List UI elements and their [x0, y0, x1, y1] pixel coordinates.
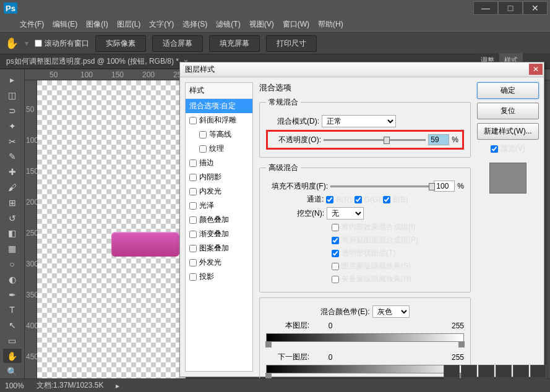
channel-b[interactable]: B(B): [383, 195, 408, 204]
blend-if-select[interactable]: 灰色: [372, 305, 410, 318]
underlying-layer-gradient[interactable]: [266, 365, 464, 373]
hand-tool[interactable]: ✋: [3, 349, 22, 363]
eyedropper-tool[interactable]: ✎: [3, 150, 22, 164]
opacity-slider[interactable]: [324, 139, 426, 141]
preview-checkbox[interactable]: 预览(V): [477, 143, 539, 154]
knockout-label: 挖空(N):: [297, 208, 324, 219]
opt-vector-mask-hides[interactable]: 矢量蒙版隐藏效果(H): [332, 274, 411, 284]
sb-icon-1[interactable]: [444, 365, 460, 378]
zoom-tool[interactable]: 🔍: [3, 364, 22, 378]
fill-screen-button[interactable]: 填充屏幕: [209, 35, 260, 52]
style-stroke[interactable]: 描边: [186, 156, 252, 170]
hand-tool-icon: ✋: [5, 36, 19, 50]
opt-blend-interior[interactable]: 将内部效果混合成组(I): [332, 222, 415, 232]
menu-layer[interactable]: 图层(L): [117, 19, 141, 30]
gradient-tool[interactable]: ▦: [3, 242, 22, 256]
close-button[interactable]: ✕: [523, 1, 548, 15]
path-tool[interactable]: ↖: [3, 318, 22, 333]
wand-tool[interactable]: ✦: [3, 119, 22, 133]
dialog-titlebar[interactable]: 图层样式 ✕: [180, 62, 544, 77]
pen-tool[interactable]: ✒: [3, 288, 22, 302]
move-tool[interactable]: ▸: [3, 73, 22, 87]
opacity-input[interactable]: [428, 134, 449, 145]
heal-tool[interactable]: ✚: [3, 165, 22, 179]
scroll-all-checkbox[interactable]: 滚动所有窗口: [35, 38, 89, 49]
style-color-overlay[interactable]: 颜色叠加: [186, 213, 252, 227]
advanced-blend-group: 高级混合 填充不透明度(F): % 通道: R(R) G(G) B(B) 挖空(…: [259, 163, 471, 292]
app-logo: Ps: [4, 2, 17, 14]
fit-screen-button[interactable]: 适合屏幕: [152, 35, 203, 52]
style-bevel[interactable]: 斜面和浮雕: [186, 113, 252, 127]
this-layer-gradient[interactable]: [266, 333, 464, 342]
dialog-close-button[interactable]: ✕: [529, 64, 543, 75]
zoom-level[interactable]: 100%: [5, 381, 24, 390]
style-texture[interactable]: 纹理: [186, 142, 252, 156]
sb-icon-2[interactable]: [461, 365, 477, 378]
menu-edit[interactable]: 编辑(E): [53, 19, 77, 30]
new-style-button[interactable]: 新建样式(W)...: [477, 123, 539, 140]
channel-r[interactable]: R(R): [326, 195, 351, 204]
normal-blend-group: 常规混合 混合模式(D): 正常 不透明度(O): %: [259, 97, 471, 158]
stamp-tool[interactable]: ⊞: [3, 195, 22, 210]
blend-if-group: 混合颜色带(E): 灰色 本图层:0255 下一图层:0255: [259, 297, 471, 379]
brush-tool[interactable]: 🖌: [3, 181, 22, 195]
history-brush-tool[interactable]: ↺: [3, 211, 22, 225]
dodge-tool[interactable]: ◐: [3, 272, 22, 286]
style-gradient-overlay[interactable]: 渐变叠加: [186, 227, 252, 241]
fill-opacity-slider[interactable]: [330, 185, 431, 187]
document-canvas[interactable]: [37, 80, 186, 390]
sb-icon-4[interactable]: [496, 365, 512, 378]
blend-mode-select[interactable]: 正常: [322, 115, 396, 127]
style-outer-glow[interactable]: 外发光: [186, 255, 252, 270]
minimize-button[interactable]: —: [473, 1, 498, 15]
ok-button[interactable]: 确定: [477, 82, 539, 99]
actual-pixels-button[interactable]: 实际像素: [95, 35, 146, 52]
style-contour[interactable]: 等高线: [186, 127, 252, 142]
status-bar: 100% 文档:1.37M/1023.5K ▸: [0, 378, 550, 392]
style-inner-glow[interactable]: 内发光: [186, 184, 252, 198]
cancel-button[interactable]: 复位: [477, 103, 539, 119]
style-pattern-overlay[interactable]: 图案叠加: [186, 241, 252, 255]
blur-tool[interactable]: ○: [3, 257, 22, 271]
fill-opacity-input[interactable]: [434, 181, 455, 192]
doc-size: 文档:1.37M/1023.5K: [37, 380, 104, 391]
sb-icon-5[interactable]: [513, 365, 529, 378]
style-inner-shadow[interactable]: 内阴影: [186, 170, 252, 184]
lasso-tool[interactable]: ⊃: [3, 104, 22, 118]
style-satin[interactable]: 光泽: [186, 198, 252, 213]
menu-window[interactable]: 窗口(W): [283, 19, 309, 30]
menubar: 文件(F) 编辑(E) 图像(I) 图层(L) 文字(Y) 选择(S) 滤镜(T…: [0, 16, 550, 32]
opt-layer-mask-hides[interactable]: 图层蒙版隐藏效果(S): [332, 261, 411, 271]
knockout-select[interactable]: 无: [327, 207, 364, 219]
maximize-button[interactable]: □: [498, 1, 523, 15]
toolbox: ▸ ◫ ⊃ ✦ ✂ ✎ ✚ 🖌 ⊞ ↺ ◧ ▦ ○ ◐ ✒ T ↖ ▭ ✋ 🔍: [0, 69, 25, 378]
blending-options-title: 混合选项: [259, 82, 471, 93]
style-blending-options[interactable]: 混合选项:自定: [186, 99, 252, 113]
canvas-shape: [111, 232, 179, 257]
options-bar: ✋ ▾ 滚动所有窗口 实际像素 适合屏幕 填充屏幕 打印尺寸: [0, 32, 550, 54]
menu-filter[interactable]: 滤镜(T): [216, 19, 240, 30]
opt-blend-clipped[interactable]: 将剪贴图层混合成组(P): [332, 235, 418, 245]
blend-if-label: 混合颜色带(E):: [320, 307, 369, 317]
type-tool[interactable]: T: [3, 303, 22, 317]
blend-mode-label: 混合模式(D):: [266, 116, 319, 127]
sb-icon-3[interactable]: [478, 365, 494, 378]
layer-style-dialog: 图层样式 ✕ 样式 混合选项:自定 斜面和浮雕 等高线 纹理 描边 内阴影 内发…: [179, 62, 544, 377]
menu-image[interactable]: 图像(I): [86, 19, 108, 30]
channel-g[interactable]: G(G): [354, 195, 381, 204]
print-size-button[interactable]: 打印尺寸: [266, 35, 317, 52]
menu-file[interactable]: 文件(F): [20, 19, 44, 30]
menu-help[interactable]: 帮助(H): [318, 19, 343, 30]
shape-tool[interactable]: ▭: [3, 334, 22, 348]
style-drop-shadow[interactable]: 投影: [186, 270, 252, 284]
eraser-tool[interactable]: ◧: [3, 226, 22, 241]
style-list-header: 样式: [186, 83, 252, 99]
menu-select[interactable]: 选择(S): [183, 19, 207, 30]
marquee-tool[interactable]: ◫: [3, 88, 22, 103]
crop-tool[interactable]: ✂: [3, 134, 22, 148]
menu-type[interactable]: 文字(Y): [149, 19, 174, 30]
channels-label: 通道:: [307, 194, 324, 205]
sb-icon-6[interactable]: [530, 365, 546, 378]
menu-view[interactable]: 视图(V): [249, 19, 274, 30]
opt-transparency-shapes[interactable]: 透明形状图层(T): [332, 248, 395, 258]
